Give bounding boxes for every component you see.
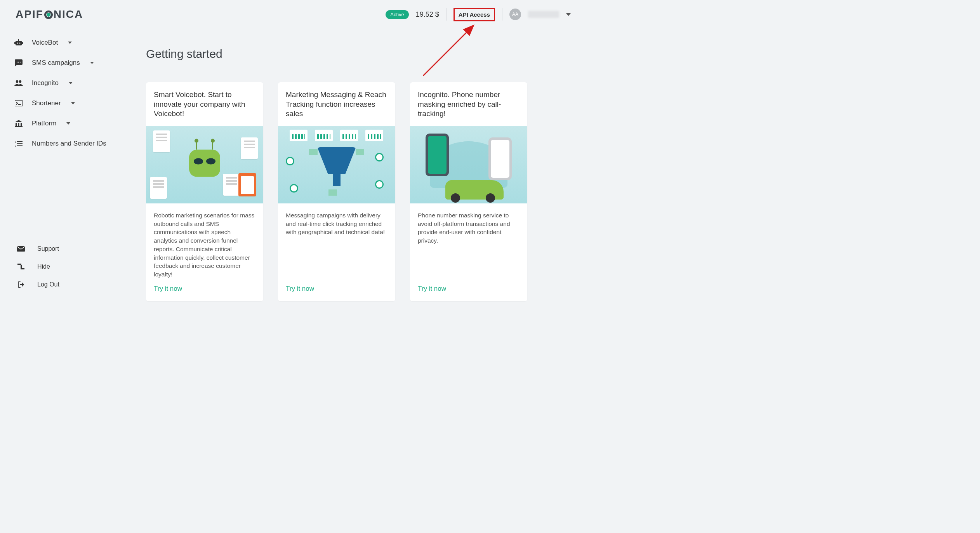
logo-o-icon <box>44 10 53 19</box>
username-redacted <box>528 11 559 18</box>
main-content: Getting started Smart Voicebot. Start to… <box>132 24 586 301</box>
sidebar-item-voicebot[interactable]: VoiceBot <box>14 33 132 53</box>
svg-point-3 <box>17 43 18 44</box>
brand-logo[interactable]: APIFNICA <box>16 8 83 21</box>
chat-icon <box>14 59 23 66</box>
sidebar-item-label: Numbers and Sender IDs <box>32 140 106 148</box>
balance-amount: 19.52 $ <box>416 10 439 19</box>
sidebar-item-label: Platform <box>32 120 56 127</box>
logout-icon <box>16 281 26 288</box>
sidebar-item-shortener[interactable]: Shortener <box>14 93 132 113</box>
terminal-icon <box>14 100 23 106</box>
api-access-button[interactable]: API Access <box>454 8 495 21</box>
card-illustration-funnel <box>278 126 395 203</box>
card-cta-link[interactable]: Try it now <box>146 279 263 301</box>
card-title: Smart Voicebot. Start to innovate your c… <box>146 82 263 126</box>
sidebar-bottom: Support Hide Log Out <box>14 240 132 301</box>
sidebar: VoiceBot SMS campaigns Incognito Shorten… <box>0 24 132 301</box>
card-cta-link[interactable]: Try it now <box>278 279 395 301</box>
svg-point-8 <box>20 62 21 63</box>
divider <box>502 8 502 21</box>
chevron-down-icon <box>68 42 72 44</box>
svg-rect-1 <box>14 42 16 44</box>
sidebar-item-label: Incognito <box>32 79 59 87</box>
cards-row: Smart Voicebot. Start to innovate your c… <box>146 82 571 301</box>
topbar: APIFNICA Active 19.52 $ API Access AA <box>0 0 586 24</box>
svg-rect-14 <box>17 141 23 142</box>
chevron-down-icon <box>71 102 75 104</box>
svg-text:1: 1 <box>15 141 16 143</box>
card-incognito: Incognito. Phone number masking enriched… <box>410 82 527 301</box>
status-badge: Active <box>386 10 408 19</box>
sidebar-item-label: VoiceBot <box>32 39 58 47</box>
card-illustration-robot <box>146 126 263 203</box>
sidebar-item-label: SMS campaigns <box>32 59 80 67</box>
card-messaging: Marketing Messaging & Reach Tracking fun… <box>278 82 395 301</box>
card-cta-link[interactable]: Try it now <box>410 279 527 301</box>
page-title: Getting started <box>146 47 571 61</box>
svg-rect-15 <box>17 143 23 144</box>
card-voicebot: Smart Voicebot. Start to innovate your c… <box>146 82 263 301</box>
mail-icon <box>16 246 26 252</box>
sidebar-item-label: Log Out <box>37 281 59 288</box>
svg-point-10 <box>19 80 21 83</box>
svg-rect-11 <box>15 100 23 106</box>
people-icon <box>14 80 23 86</box>
chevron-down-icon <box>90 62 94 64</box>
divider <box>446 8 447 21</box>
chevron-down-icon[interactable] <box>566 13 571 16</box>
sidebar-item-hide[interactable]: Hide <box>14 258 132 276</box>
sidebar-item-support[interactable]: Support <box>14 240 132 258</box>
card-title: Marketing Messaging & Reach Tracking fun… <box>278 82 395 126</box>
avatar[interactable]: AA <box>509 9 521 20</box>
svg-point-7 <box>18 62 19 63</box>
svg-rect-0 <box>16 41 22 45</box>
card-description: Messaging campaigns with delivery and re… <box>278 203 395 279</box>
svg-point-9 <box>16 80 18 83</box>
card-title: Incognito. Phone number masking enriched… <box>410 82 527 126</box>
list-numbered-icon: 12 <box>14 141 23 147</box>
sidebar-item-incognito[interactable]: Incognito <box>14 73 132 93</box>
chevron-down-icon <box>66 122 70 125</box>
svg-point-4 <box>19 43 21 44</box>
topbar-right: Active 19.52 $ API Access AA <box>386 8 571 21</box>
svg-rect-5 <box>18 39 19 41</box>
sidebar-item-label: Hide <box>37 263 50 270</box>
card-description: Robotic marketing scenarios for mass out… <box>146 203 263 279</box>
svg-rect-18 <box>17 264 21 265</box>
sidebar-item-logout[interactable]: Log Out <box>14 276 132 293</box>
sidebar-item-label: Shortener <box>32 99 61 107</box>
svg-text:2: 2 <box>15 144 16 147</box>
card-description: Phone number masking service to avoid of… <box>410 203 527 279</box>
svg-rect-17 <box>17 246 25 252</box>
sidebar-item-platform[interactable]: Platform <box>14 113 132 134</box>
svg-rect-21 <box>21 267 22 269</box>
svg-rect-2 <box>22 42 23 44</box>
robot-icon <box>14 39 23 46</box>
sidebar-item-sms-campaigns[interactable]: SMS campaigns <box>14 53 132 73</box>
chevron-down-icon <box>69 82 73 84</box>
sidebar-item-numbers[interactable]: 12 Numbers and Sender IDs <box>14 134 132 154</box>
sidebar-item-label: Support <box>37 245 59 252</box>
svg-rect-16 <box>17 145 23 146</box>
svg-rect-20 <box>21 265 22 267</box>
card-illustration-masking <box>410 126 527 203</box>
svg-point-6 <box>17 62 17 63</box>
bank-icon <box>14 120 23 127</box>
collapse-icon <box>16 264 26 270</box>
